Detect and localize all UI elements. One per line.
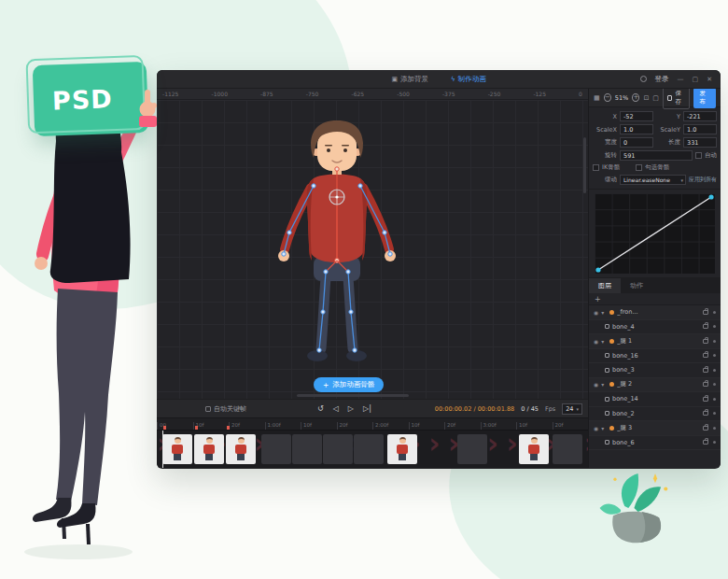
auto-keyframe-label: 自动关键帧 xyxy=(214,404,246,414)
tab-add-background-label: 添加背景 xyxy=(400,75,428,84)
layer-row-group[interactable]: ◉ ▾ _腿 3 xyxy=(589,421,721,436)
frame-empty[interactable] xyxy=(261,434,291,464)
close-button[interactable]: ✕ xyxy=(707,76,712,83)
add-bones-button[interactable]: + 添加动画骨骼 xyxy=(314,377,384,392)
layer-dot xyxy=(713,398,716,401)
visibility-eye-icon[interactable]: ◉ xyxy=(594,425,598,431)
easing-curve-editor[interactable] xyxy=(595,193,715,274)
zoom-out-button[interactable]: − xyxy=(604,93,611,102)
easing-label: 缓动 xyxy=(593,176,617,184)
collapse-caret-icon[interactable]: ▾ xyxy=(601,425,607,431)
tab-make-animation[interactable]: ϟ 制作动画 xyxy=(451,75,486,84)
save-button[interactable]: 保存 xyxy=(663,87,691,109)
frame-thumbnail[interactable] xyxy=(162,434,192,464)
lock-icon[interactable] xyxy=(703,324,708,329)
prop-input-y[interactable]: -221 xyxy=(683,111,717,121)
frame-thumbnail[interactable] xyxy=(387,434,417,464)
add-layer-button[interactable]: + xyxy=(595,295,601,304)
lock-icon[interactable] xyxy=(703,368,708,373)
plus-icon: + xyxy=(323,381,329,389)
visibility-eye-icon[interactable]: ◉ xyxy=(594,381,598,388)
login-button[interactable]: 登录 xyxy=(655,75,669,84)
frame-thumbnail[interactable] xyxy=(226,434,256,464)
tick-label: 10f xyxy=(516,422,553,430)
add-layer-row[interactable]: + xyxy=(589,293,721,305)
frame-empty[interactable] xyxy=(323,434,353,464)
panel-toolbar: ▦ − 51% + ⊡ ▢ 保存 发布 xyxy=(589,89,721,107)
prop-input-scaley[interactable]: 1.0 xyxy=(683,124,717,134)
fps-select[interactable]: 24 ▾ xyxy=(562,403,582,415)
ruler-label: -250 xyxy=(488,91,501,97)
auto-label: 自动 xyxy=(705,151,717,160)
tab-add-background[interactable]: ▣ 添加背景 xyxy=(391,75,428,84)
animation-canvas[interactable]: + 添加动画骨骼 xyxy=(157,100,588,399)
lock-icon[interactable] xyxy=(703,382,708,387)
layer-row-bone[interactable]: bone_2 xyxy=(589,407,721,422)
prop-input-length[interactable]: 331 xyxy=(683,137,717,148)
maximize-button[interactable]: ▢ xyxy=(693,76,699,83)
publish-button[interactable]: 发布 xyxy=(693,88,716,108)
frame-icon[interactable]: ▢ xyxy=(652,94,659,102)
horizontal-scrollbar[interactable] xyxy=(297,394,409,397)
lock-icon[interactable] xyxy=(703,339,708,344)
play-icon[interactable]: ▷ xyxy=(348,404,354,413)
tab-layers[interactable]: 图层 xyxy=(589,278,621,293)
auto-keyframe-icon xyxy=(205,406,211,412)
prop-input-scalex[interactable]: 1.0 xyxy=(620,124,653,134)
apply-all-link[interactable]: 应用到所有 xyxy=(689,176,717,184)
prop-label: X xyxy=(593,113,617,120)
psd-label: PSD xyxy=(51,84,113,115)
collapse-caret-icon[interactable]: ▾ xyxy=(601,338,607,345)
vertical-scrollbar[interactable] xyxy=(583,137,586,193)
prev-frame-icon[interactable]: ◁ xyxy=(333,404,339,413)
frame-empty[interactable] xyxy=(553,434,582,464)
frame-empty[interactable] xyxy=(292,434,322,464)
layer-row-group[interactable]: ◉ ▾ _腿 1 xyxy=(589,334,721,349)
lock-icon[interactable] xyxy=(703,440,708,445)
layer-row-bone[interactable]: bone_14 xyxy=(589,392,721,407)
visibility-eye-icon[interactable]: ◉ xyxy=(594,309,598,316)
ik-checkbox[interactable] xyxy=(593,164,599,171)
auto-keyframe-toggle[interactable]: 自动关键帧 xyxy=(205,404,246,414)
layer-row-bone[interactable]: bone_6 xyxy=(589,436,721,451)
layer-name: bone_6 xyxy=(612,439,700,446)
layer-row-bone[interactable]: bone_3 xyxy=(589,363,721,378)
tab-actions[interactable]: 动作 xyxy=(621,278,652,293)
rigged-character[interactable] xyxy=(276,120,398,371)
next-frame-icon[interactable]: ▷| xyxy=(363,404,371,413)
layer-row-group[interactable]: ◉ ▾ _fron... xyxy=(589,305,721,320)
minimize-button[interactable]: — xyxy=(678,76,684,83)
frame-thumbnail[interactable] xyxy=(519,434,549,464)
loop-icon[interactable]: ↺ xyxy=(317,404,324,413)
tick-label: 20f xyxy=(229,422,265,430)
lock-icon[interactable] xyxy=(703,353,708,358)
grid-icon[interactable]: ▦ xyxy=(594,94,600,102)
lock-icon[interactable] xyxy=(703,397,708,402)
prop-input-x[interactable]: -52 xyxy=(620,111,653,121)
frame-thumbnail-strip[interactable]: › › › › › › › › › › › › › › › › › › › › … xyxy=(157,430,588,468)
prop-label: ScaleY xyxy=(656,126,680,134)
zoom-in-button[interactable]: + xyxy=(632,93,639,102)
check-bones-checkbox[interactable] xyxy=(636,164,642,171)
layer-row-bone[interactable]: bone_4 xyxy=(589,320,721,335)
collapse-caret-icon[interactable]: ▾ xyxy=(601,309,607,316)
lock-icon[interactable] xyxy=(703,411,708,416)
prop-label: Y xyxy=(656,113,680,120)
collapse-caret-icon[interactable]: ▾ xyxy=(601,381,607,388)
layer-row-group[interactable]: ◉ ▾ _腿 2 xyxy=(589,378,721,393)
lock-icon[interactable] xyxy=(703,426,708,431)
layer-row-bone[interactable]: bone_16 xyxy=(589,349,721,364)
visibility-eye-icon[interactable]: ◉ xyxy=(594,338,598,345)
auto-checkbox[interactable] xyxy=(695,152,702,159)
prop-input-rotation[interactable]: 591 xyxy=(620,150,693,161)
prop-input-width[interactable]: 0 xyxy=(620,137,653,148)
frame-counter: 0 / 45 xyxy=(521,405,539,413)
lock-icon[interactable] xyxy=(703,310,708,315)
frame-thumbnail[interactable] xyxy=(194,434,224,464)
frame-empty[interactable] xyxy=(354,434,384,464)
fit-screen-icon[interactable]: ⊡ xyxy=(643,94,649,102)
timeline-ruler[interactable]: 00 10f 20f 1:00f 10f 20f 2:00f 10f 20f 3… xyxy=(157,417,588,430)
frame-empty[interactable] xyxy=(457,434,487,464)
easing-select[interactable]: Linear.easeNone ▾ xyxy=(620,175,686,185)
layer-dot xyxy=(713,441,716,444)
